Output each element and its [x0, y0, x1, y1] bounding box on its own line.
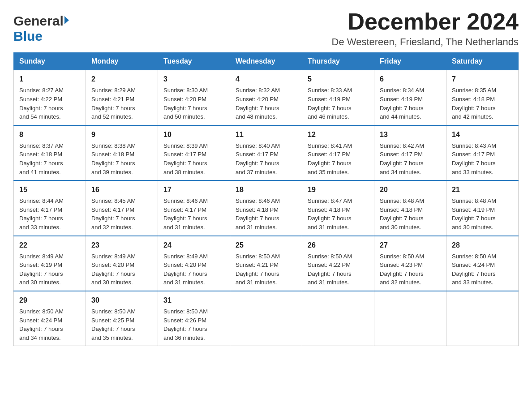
calendar-cell: 13 Sunrise: 8:42 AMSunset: 4:17 PMDaylig…	[374, 125, 446, 180]
calendar-cell: 14 Sunrise: 8:43 AMSunset: 4:17 PMDaylig…	[446, 125, 519, 180]
day-info: Sunrise: 8:42 AMSunset: 4:17 PMDaylight:…	[380, 142, 424, 176]
day-number: 25	[236, 240, 296, 250]
day-info: Sunrise: 8:40 AMSunset: 4:17 PMDaylight:…	[236, 142, 280, 176]
day-info: Sunrise: 8:50 AMSunset: 4:24 PMDaylight:…	[452, 253, 496, 286]
page-header: General Blue December 2024 De Westereen,…	[13, 9, 519, 48]
week-row-3: 15 Sunrise: 8:44 AMSunset: 4:17 PMDaylig…	[14, 180, 519, 235]
calendar-cell: 15 Sunrise: 8:44 AMSunset: 4:17 PMDaylig…	[14, 180, 86, 235]
calendar-cell: 3 Sunrise: 8:30 AMSunset: 4:20 PMDayligh…	[158, 70, 230, 125]
calendar-table: SundayMondayTuesdayWednesdayThursdayFrid…	[13, 52, 519, 346]
day-number: 4	[236, 74, 296, 84]
day-info: Sunrise: 8:48 AMSunset: 4:18 PMDaylight:…	[380, 197, 424, 231]
week-row-2: 8 Sunrise: 8:37 AMSunset: 4:18 PMDayligh…	[14, 125, 519, 180]
day-info: Sunrise: 8:50 AMSunset: 4:24 PMDaylight:…	[19, 308, 64, 341]
day-number: 26	[308, 240, 369, 250]
day-number: 28	[452, 240, 513, 250]
calendar-cell	[230, 291, 302, 346]
calendar-cell	[374, 291, 446, 346]
day-info: Sunrise: 8:50 AMSunset: 4:25 PMDaylight:…	[91, 308, 136, 341]
day-info: Sunrise: 8:50 AMSunset: 4:22 PMDaylight:…	[308, 253, 352, 286]
day-number: 19	[308, 184, 369, 195]
day-number: 11	[236, 129, 296, 140]
day-info: Sunrise: 8:41 AMSunset: 4:17 PMDaylight:…	[308, 142, 352, 176]
day-number: 22	[19, 240, 80, 250]
day-info: Sunrise: 8:46 AMSunset: 4:18 PMDaylight:…	[236, 197, 280, 231]
weekday-header-wednesday: Wednesday	[230, 53, 302, 70]
week-row-4: 22 Sunrise: 8:49 AMSunset: 4:19 PMDaylig…	[14, 236, 519, 291]
week-row-1: 1 Sunrise: 8:27 AMSunset: 4:22 PMDayligh…	[14, 70, 519, 125]
day-number: 1	[19, 74, 80, 84]
day-number: 8	[19, 129, 80, 140]
calendar-cell: 4 Sunrise: 8:32 AMSunset: 4:20 PMDayligh…	[230, 70, 302, 125]
calendar-cell: 25 Sunrise: 8:50 AMSunset: 4:21 PMDaylig…	[230, 236, 302, 291]
weekday-header-friday: Friday	[374, 53, 446, 70]
day-info: Sunrise: 8:50 AMSunset: 4:21 PMDaylight:…	[236, 253, 280, 286]
calendar-cell: 31 Sunrise: 8:50 AMSunset: 4:26 PMDaylig…	[158, 291, 230, 346]
day-number: 7	[452, 74, 513, 84]
day-number: 23	[91, 240, 152, 250]
week-row-5: 29 Sunrise: 8:50 AMSunset: 4:24 PMDaylig…	[14, 291, 519, 346]
calendar-cell: 30 Sunrise: 8:50 AMSunset: 4:25 PMDaylig…	[86, 291, 158, 346]
calendar-cell: 21 Sunrise: 8:48 AMSunset: 4:19 PMDaylig…	[446, 180, 519, 235]
calendar-cell: 9 Sunrise: 8:38 AMSunset: 4:18 PMDayligh…	[86, 125, 158, 180]
calendar-cell	[302, 291, 374, 346]
day-info: Sunrise: 8:34 AMSunset: 4:19 PMDaylight:…	[380, 87, 424, 120]
calendar-cell	[446, 291, 519, 346]
weekday-header-sunday: Sunday	[14, 53, 86, 70]
day-info: Sunrise: 8:44 AMSunset: 4:17 PMDaylight:…	[19, 197, 64, 231]
day-number: 24	[163, 240, 224, 250]
day-info: Sunrise: 8:32 AMSunset: 4:20 PMDaylight:…	[236, 87, 280, 120]
day-info: Sunrise: 8:46 AMSunset: 4:17 PMDaylight:…	[163, 197, 208, 231]
day-number: 14	[452, 129, 513, 140]
calendar-cell: 8 Sunrise: 8:37 AMSunset: 4:18 PMDayligh…	[14, 125, 86, 180]
day-number: 27	[380, 240, 441, 250]
day-number: 6	[380, 74, 441, 84]
location-text: De Westereen, Friesland, The Netherlands	[332, 36, 519, 48]
calendar-cell: 23 Sunrise: 8:49 AMSunset: 4:20 PMDaylig…	[86, 236, 158, 291]
weekday-header-saturday: Saturday	[446, 53, 519, 70]
calendar-cell: 1 Sunrise: 8:27 AMSunset: 4:22 PMDayligh…	[14, 70, 86, 125]
month-title: December 2024	[332, 9, 519, 34]
day-number: 5	[308, 74, 369, 84]
day-info: Sunrise: 8:49 AMSunset: 4:20 PMDaylight:…	[163, 253, 208, 286]
calendar-cell: 5 Sunrise: 8:33 AMSunset: 4:19 PMDayligh…	[302, 70, 374, 125]
calendar-cell: 16 Sunrise: 8:45 AMSunset: 4:17 PMDaylig…	[86, 180, 158, 235]
day-number: 20	[380, 184, 441, 195]
day-number: 3	[163, 74, 224, 84]
day-number: 13	[380, 129, 441, 140]
day-info: Sunrise: 8:45 AMSunset: 4:17 PMDaylight:…	[91, 197, 136, 231]
day-number: 15	[19, 184, 80, 195]
day-info: Sunrise: 8:29 AMSunset: 4:21 PMDaylight:…	[91, 87, 136, 120]
calendar-cell: 7 Sunrise: 8:35 AMSunset: 4:18 PMDayligh…	[446, 70, 519, 125]
calendar-cell: 12 Sunrise: 8:41 AMSunset: 4:17 PMDaylig…	[302, 125, 374, 180]
weekday-header-row: SundayMondayTuesdayWednesdayThursdayFrid…	[14, 53, 519, 70]
day-number: 12	[308, 129, 369, 140]
title-section: December 2024 De Westereen, Friesland, T…	[332, 9, 519, 48]
day-info: Sunrise: 8:47 AMSunset: 4:18 PMDaylight:…	[308, 197, 352, 231]
calendar-cell: 11 Sunrise: 8:40 AMSunset: 4:17 PMDaylig…	[230, 125, 302, 180]
calendar-cell: 24 Sunrise: 8:49 AMSunset: 4:20 PMDaylig…	[158, 236, 230, 291]
calendar-cell: 2 Sunrise: 8:29 AMSunset: 4:21 PMDayligh…	[86, 70, 158, 125]
day-number: 9	[91, 129, 152, 140]
day-info: Sunrise: 8:33 AMSunset: 4:19 PMDaylight:…	[308, 87, 352, 120]
day-number: 29	[19, 295, 80, 305]
logo: General Blue	[13, 13, 69, 44]
calendar-cell: 27 Sunrise: 8:50 AMSunset: 4:23 PMDaylig…	[374, 236, 446, 291]
calendar-cell: 20 Sunrise: 8:48 AMSunset: 4:18 PMDaylig…	[374, 180, 446, 235]
day-number: 30	[91, 295, 152, 305]
day-info: Sunrise: 8:37 AMSunset: 4:18 PMDaylight:…	[19, 142, 64, 176]
logo-general-text: General	[13, 13, 64, 29]
day-number: 16	[91, 184, 152, 195]
day-info: Sunrise: 8:50 AMSunset: 4:26 PMDaylight:…	[163, 308, 208, 341]
calendar-cell: 26 Sunrise: 8:50 AMSunset: 4:22 PMDaylig…	[302, 236, 374, 291]
calendar-cell: 10 Sunrise: 8:39 AMSunset: 4:17 PMDaylig…	[158, 125, 230, 180]
day-info: Sunrise: 8:49 AMSunset: 4:19 PMDaylight:…	[19, 253, 64, 286]
day-info: Sunrise: 8:35 AMSunset: 4:18 PMDaylight:…	[452, 87, 496, 120]
day-number: 18	[236, 184, 296, 195]
day-number: 10	[163, 129, 224, 140]
calendar-cell: 29 Sunrise: 8:50 AMSunset: 4:24 PMDaylig…	[14, 291, 86, 346]
calendar-cell: 22 Sunrise: 8:49 AMSunset: 4:19 PMDaylig…	[14, 236, 86, 291]
logo-arrow-icon	[64, 16, 69, 24]
weekday-header-tuesday: Tuesday	[158, 53, 230, 70]
weekday-header-thursday: Thursday	[302, 53, 374, 70]
